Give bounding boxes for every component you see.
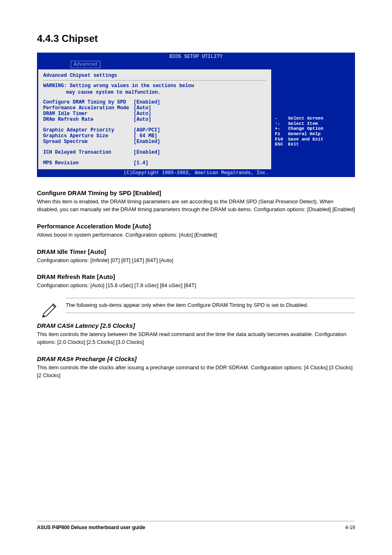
bios-help-text: Select Item <box>288 121 318 127</box>
bios-help-key: F10 <box>275 137 288 142</box>
bios-copyright: (C)Copyright 1985-2002, American Megatre… <box>38 170 354 176</box>
bios-setting-label: Performance Acceleration Mode <box>43 105 134 111</box>
footer-page-number: 4-19 <box>345 525 355 530</box>
bios-setting-row[interactable]: DRAm Refresh Rate [Auto] <box>43 117 266 122</box>
bios-help-row: ESC Exit <box>275 142 350 147</box>
bios-help-row: +- Change Option <box>275 126 350 131</box>
bios-setting-value: [Enabled] <box>134 99 266 105</box>
bios-help-panel: ← Select Screen ↑↓ Select Item +- Change… <box>272 69 354 169</box>
bios-setting-label: Graphic Adapter Priority <box>43 127 134 133</box>
bios-setting-label: DRAM Idle Timer <box>43 111 134 117</box>
bios-setting-label: ICH Delayed Transaction <box>43 150 134 155</box>
section-heading: 4.4.3 Chipset <box>37 33 355 44</box>
doc-section-text: This item controls the idle clocks after… <box>37 364 355 380</box>
bios-setting-row[interactable]: Spread Spectrum [Enabled] <box>43 139 266 145</box>
bios-setting-value: [Enabled] <box>134 150 266 155</box>
doc-section-text: Allows boost in system performance. Conf… <box>37 231 355 239</box>
bios-help-key: +- <box>275 126 288 131</box>
bios-setting-label: MPS Revision <box>43 160 134 166</box>
bios-setting-label: Graphics Aperture Size <box>43 133 134 139</box>
bios-help-key: ESC <box>275 142 288 147</box>
bios-help-row: F1 General Help <box>275 131 350 137</box>
bios-help-text: General Help <box>288 131 321 137</box>
bios-warning-line2: may cause system to malfunction. <box>43 90 266 95</box>
bios-setting-value: [Auto] <box>134 105 266 111</box>
bios-setting-row[interactable]: Performance Acceleration Mode [Auto] <box>43 105 266 111</box>
note-text: The following sub-items appear only when… <box>66 302 355 309</box>
bios-help-text: Save and Exit <box>288 137 323 142</box>
bios-setting-value: [ 64 MB] <box>134 133 266 139</box>
doc-section-title: DRAM Idle Timer [Auto] <box>37 248 355 255</box>
bios-help-key: ↑↓ <box>275 121 288 127</box>
bios-setting-label: Configure DRAM Timing by SPD <box>43 99 134 105</box>
bios-setting-value: [Auto] <box>134 111 266 117</box>
bios-help-text: Select Screen <box>288 116 323 121</box>
bios-setting-row[interactable]: ICH Delayed Transaction [Enabled] <box>43 150 266 155</box>
doc-section-text: Configuration options: [Auto] [15.6 uSec… <box>37 282 355 290</box>
bios-setting-value: [1.4] <box>134 160 266 166</box>
bios-section-title: Advanced Chipset settings <box>43 73 266 78</box>
footer-product: ASUS P4P800 Deluxe motherboard user guid… <box>37 525 145 530</box>
bios-setting-value: [Auto] <box>134 117 266 122</box>
page-footer: ASUS P4P800 Deluxe motherboard user guid… <box>37 521 355 530</box>
doc-section-title: DRAM CAS# Latency [2.5 Clocks] <box>37 322 355 329</box>
bios-setting-row[interactable]: MPS Revision [1.4] <box>43 160 266 166</box>
doc-section-title: Configure DRAM Timing by SPD [Enabled] <box>37 189 355 196</box>
doc-section-text: Configuration options: [Infinite] [0T] [… <box>37 257 355 265</box>
bios-title: BIOS SETUP UTILITY <box>38 53 354 60</box>
bios-help-row: ← Select Screen <box>275 116 350 121</box>
bios-warning-line1: WARNING: Setting wrong values in the sec… <box>43 83 266 89</box>
bios-setting-value: [Enabled] <box>134 139 266 145</box>
bios-help-text: Exit <box>288 142 299 147</box>
bios-screenshot: BIOS SETUP UTILITY Advanced Advanced Chi… <box>37 53 355 177</box>
note-icon <box>41 300 59 320</box>
bios-help-row: F10 Save and Exit <box>275 137 350 142</box>
doc-section-title: Performance Acceleration Mode [Auto] <box>37 223 355 230</box>
bios-left-panel: Advanced Chipset settings WARNING: Setti… <box>38 69 272 169</box>
note-box: The following sub-items appear only when… <box>66 298 355 313</box>
bios-help-key: ← <box>275 116 288 121</box>
doc-section-text: This item controls the latency between t… <box>37 331 355 346</box>
bios-help-key: F1 <box>275 131 288 137</box>
bios-tab-row: Advanced <box>38 60 354 69</box>
bios-setting-value: [AGP/PCI] <box>134 127 266 133</box>
bios-help-row: ↑↓ Select Item <box>275 121 350 127</box>
doc-section-title: DRAM Refresh Rate [Auto] <box>37 273 355 280</box>
bios-setting-label: Spread Spectrum <box>43 139 134 145</box>
bios-setting-row[interactable]: Configure DRAM Timing by SPD [Enabled] <box>43 99 266 105</box>
bios-setting-row[interactable]: Graphics Aperture Size [ 64 MB] <box>43 133 266 139</box>
bios-tab-advanced[interactable]: Advanced <box>71 61 100 68</box>
bios-setting-label: DRAm Refresh Rate <box>43 117 134 122</box>
doc-section-text: When this item is enabled, the DRAM timi… <box>37 198 355 214</box>
bios-setting-row[interactable]: DRAM Idle Timer [Auto] <box>43 111 266 117</box>
doc-section-title: DRAM RAS# Precharge [4 Clocks] <box>37 355 355 362</box>
bios-help-text: Change Option <box>288 126 323 131</box>
bios-setting-row[interactable]: Graphic Adapter Priority [AGP/PCI] <box>43 127 266 133</box>
